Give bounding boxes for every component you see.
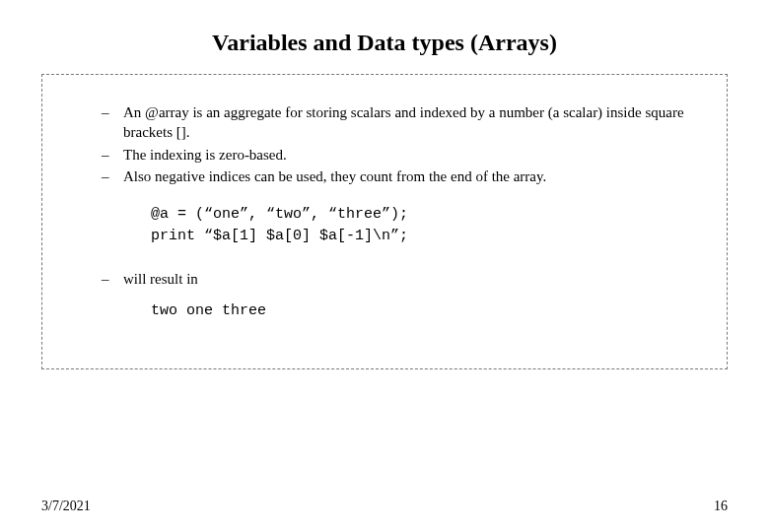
bullet-item: Also negative indices can be used, they … bbox=[102, 166, 697, 186]
footer-date: 3/7/2021 bbox=[41, 499, 91, 514]
code-block: @a = (“one”, “two”, “three”); print “$a[… bbox=[151, 204, 697, 247]
bullet-item: will result in bbox=[102, 269, 697, 289]
bullet-item: The indexing is zero-based. bbox=[102, 145, 697, 165]
footer-pagenum: 16 bbox=[714, 499, 728, 514]
slide: Variables and Data types (Arrays) An @ar… bbox=[0, 0, 769, 532]
bullet-list-2: will result in bbox=[102, 269, 697, 289]
content-box: An @array is an aggregate for storing sc… bbox=[41, 74, 728, 369]
slide-title: Variables and Data types (Arrays) bbox=[0, 30, 769, 56]
bullet-item: An @array is an aggregate for storing sc… bbox=[102, 102, 697, 143]
output-block: two one three bbox=[151, 302, 697, 319]
footer: 3/7/2021 16 bbox=[41, 499, 728, 514]
bullet-list: An @array is an aggregate for storing sc… bbox=[102, 102, 697, 186]
